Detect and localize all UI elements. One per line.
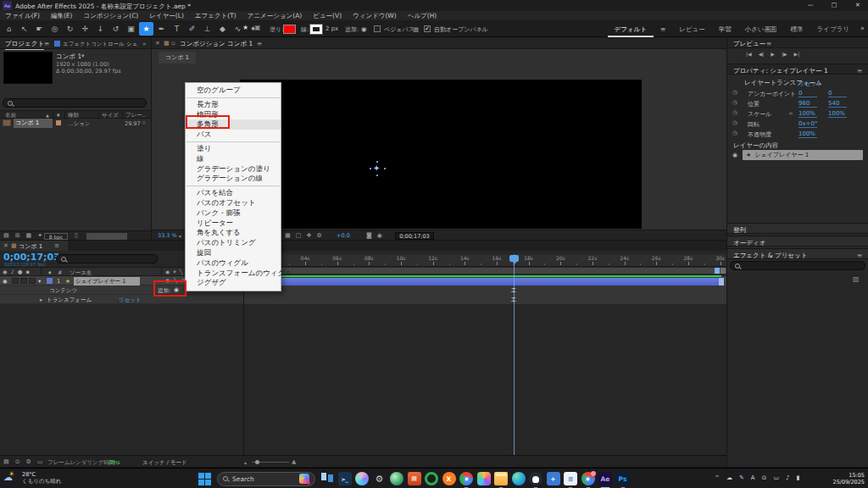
reset-link[interactable]: リセット (798, 80, 823, 88)
snapshot-icon[interactable]: ◙ (366, 232, 372, 239)
comp-panel-title[interactable]: コンポジション コンポ 1 (180, 40, 253, 48)
workspace-tab[interactable]: 学習 (712, 21, 738, 37)
snipping-icon[interactable]: + (547, 472, 560, 485)
notepad-icon[interactable]: ≡ (564, 472, 577, 485)
reset-link[interactable]: リセット (119, 297, 142, 304)
zoom-tool-icon[interactable]: ◎ (47, 22, 62, 36)
item-label-swatch[interactable] (56, 120, 61, 125)
ime-icon[interactable]: A (751, 474, 755, 481)
shape-menu-item[interactable]: パスのオフセット (186, 198, 281, 208)
properties-title[interactable]: プロパティ: シェイプレイヤー 1 (733, 67, 828, 75)
mask-toggle-icon[interactable]: ▣ (254, 24, 261, 31)
shape-tool-icon[interactable]: ★ (139, 22, 153, 36)
add-menu-icon[interactable]: ◉ (361, 25, 367, 33)
bpc-button[interactable]: 8 bpc (44, 233, 68, 240)
pan-camera-icon[interactable]: ✛ (78, 22, 92, 36)
menu-item[interactable]: 編集(E) (51, 12, 73, 20)
property-value[interactable]: 540 (828, 100, 847, 108)
timeline-search-input[interactable] (56, 254, 158, 263)
pen-tool-icon[interactable]: ✒ (154, 22, 169, 36)
github-icon[interactable] (529, 472, 542, 485)
stopwatch-icon[interactable]: ◷ (732, 130, 737, 136)
audio-icon[interactable]: ♪ (11, 269, 14, 275)
draft-3d-icon[interactable]: ⊙ (15, 458, 20, 465)
menu-item[interactable]: アニメーション(A) (248, 12, 303, 20)
shape-menu-item[interactable]: 角を丸くする (186, 228, 281, 238)
align-panel-header[interactable]: 整列 (727, 223, 868, 234)
shape-menu-item[interactable]: ジグザグ (186, 278, 281, 288)
menu-item[interactable]: レイヤー(L) (149, 12, 184, 20)
new-composition-icon[interactable]: ▦ (26, 232, 32, 239)
workspace-menu-icon[interactable]: ≡ (654, 21, 672, 37)
fill-color-swatch[interactable] (283, 25, 296, 34)
lock-icon[interactable]: ▪ (26, 269, 30, 275)
property-value[interactable]: 100% (828, 110, 847, 118)
workspace-tab[interactable]: ライブラリ (810, 21, 856, 37)
clone-stamp-icon[interactable]: ⊥ (200, 22, 214, 36)
bezier-path-checkbox[interactable] (374, 25, 381, 32)
anchor-point-marker[interactable]: ✦ (373, 164, 380, 173)
mini-flowchart-icon[interactable]: ▤ (3, 458, 9, 465)
chrome-alt-icon[interactable] (581, 472, 595, 485)
transform-row[interactable]: ▸ トランスフォーム リセット (0, 295, 243, 304)
menu-item[interactable]: コンポジション(C) (83, 12, 138, 20)
start-button[interactable] (198, 473, 211, 485)
shape-menu-item[interactable]: 長方形 (186, 100, 281, 110)
fill-label[interactable]: 塗り: (270, 25, 284, 34)
terminal-icon[interactable]: >_ (338, 472, 352, 485)
shape-menu-item[interactable]: パスのウィグル (186, 258, 281, 269)
stroke-width-value[interactable]: 2 px (326, 25, 338, 32)
shape-menu-item[interactable]: リピーター (186, 219, 281, 229)
comp-dropdown-icon[interactable]: ▾ (81, 53, 85, 59)
link-icon[interactable]: ∞ (788, 110, 793, 117)
panel-menu-icon[interactable]: ≡ (44, 40, 49, 47)
maximize-button[interactable]: □ (824, 0, 844, 11)
audio-toggle-box[interactable] (12, 278, 19, 284)
comp-timecode[interactable]: 0;00;17;03 (395, 232, 434, 240)
photos-icon[interactable] (477, 472, 491, 485)
shape-menu-item[interactable]: 旋回 (186, 248, 281, 258)
orbit-camera-icon[interactable]: ↻ (63, 22, 77, 36)
playhead-grip[interactable] (509, 255, 519, 262)
auto-open-checkbox[interactable]: ✓ (424, 25, 431, 32)
layer-bar-end-cap[interactable] (719, 278, 724, 286)
collapse-icon[interactable]: ☀ (172, 269, 176, 274)
eraser-tool-icon[interactable]: ◆ (215, 22, 230, 36)
exposure-value[interactable]: +0.0 (337, 232, 350, 239)
item-name[interactable]: コンポ 1 (14, 119, 53, 128)
property-value[interactable]: 0x+0° (798, 120, 817, 128)
shape-menu-item[interactable]: パスのトリミング (186, 238, 281, 248)
shape-menu-item[interactable]: パンク・膨張 (186, 208, 281, 219)
solo-icon[interactable]: ● (18, 269, 23, 275)
store-icon[interactable]: ▤ (408, 472, 421, 485)
panel-menu-icon[interactable]: ≡ (766, 40, 771, 47)
onedrive-icon[interactable]: ☁ (726, 474, 732, 481)
menu-item[interactable]: ウィンドウ(W) (353, 12, 397, 20)
shape-menu-item[interactable]: パス (186, 130, 281, 140)
photoshop-icon[interactable]: Ps (616, 472, 630, 485)
shape-menu-item[interactable]: グラデーションの塗り (186, 164, 281, 175)
stopwatch-icon[interactable]: ◷ (732, 89, 737, 96)
effects-presets-panel-header[interactable]: エフェクト & プリセット ≡ (727, 248, 868, 259)
hand-tool-icon[interactable]: ☛ (32, 22, 47, 36)
interpret-footage-icon[interactable]: ▤ (3, 232, 9, 239)
panel-menu-icon[interactable]: ≡ (857, 252, 862, 259)
shape-menu-item[interactable]: 空のグループ (186, 86, 281, 96)
after-effects-icon[interactable]: Ae (598, 472, 612, 485)
show-snapshot-icon[interactable]: ◉ (377, 232, 382, 239)
rotate-tool-icon[interactable]: ↺ (108, 22, 123, 36)
accessibility-icon[interactable]: ⊙ (762, 474, 767, 481)
layer-name[interactable]: シェイプレイヤー 1 (74, 277, 140, 286)
project-search-input[interactable] (3, 98, 147, 108)
quality-icon[interactable]: ╲ (180, 269, 183, 274)
layer-duration-bar[interactable] (244, 278, 719, 286)
stopwatch-icon[interactable]: ◷ (732, 109, 737, 116)
copilot-icon[interactable] (355, 472, 369, 485)
edge-icon[interactable] (512, 472, 526, 485)
render-queue-icon[interactable]: ▭ (37, 458, 43, 465)
shape-menu-item[interactable]: トランスフォームのウィグル (186, 269, 281, 279)
composition-view[interactable]: ✦ (240, 80, 642, 229)
work-area-handle[interactable] (721, 268, 726, 274)
property-value[interactable]: 0 (828, 90, 847, 97)
dolly-camera-icon[interactable]: ↓ (93, 22, 108, 36)
